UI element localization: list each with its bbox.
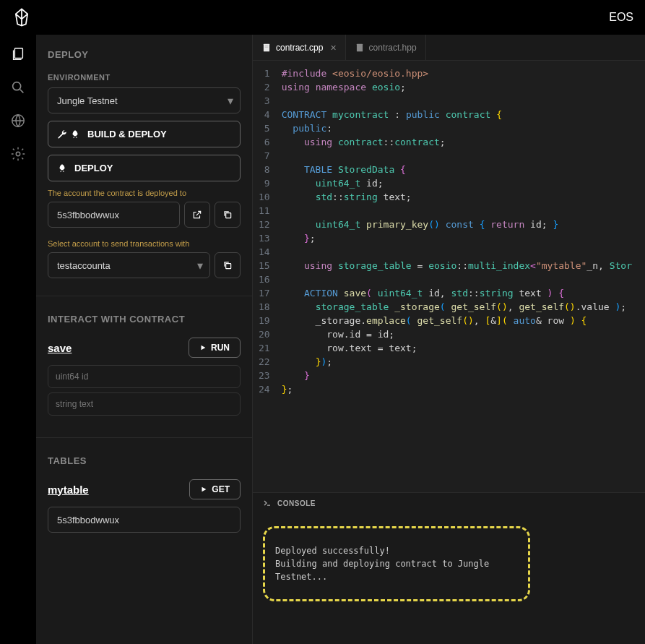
- editor-tabs: contract.cpp × contract.hpp: [253, 35, 645, 61]
- action-save-name[interactable]: save: [48, 342, 72, 354]
- table-name[interactable]: mytable: [48, 484, 89, 496]
- copy-button[interactable]: [215, 252, 241, 278]
- open-external-button[interactable]: [184, 202, 210, 228]
- gear-icon[interactable]: [10, 146, 26, 162]
- sidebar: DEPLOY ENVIRONMENT Jungle Testnet ▾ BUIL…: [36, 35, 253, 644]
- svg-rect-8: [265, 46, 269, 47]
- svg-rect-0: [14, 48, 22, 59]
- svg-rect-7: [265, 46, 269, 46]
- environment-select[interactable]: Jungle Testnet: [48, 87, 241, 113]
- rocket-icon: [70, 129, 80, 139]
- build-deploy-button[interactable]: BUILD & DEPLOY: [48, 121, 241, 147]
- deploy-section-title: DEPLOY: [48, 49, 241, 60]
- svg-rect-5: [226, 264, 231, 269]
- globe-icon[interactable]: [10, 113, 26, 129]
- table-account-input[interactable]: [48, 507, 241, 533]
- line-gutter: 123456789101112131415161718192021222324: [253, 61, 282, 492]
- icon-rail: [0, 35, 36, 644]
- console-output: Deployed successfully! Building and depl…: [263, 526, 530, 601]
- wrench-icon: [57, 129, 67, 139]
- play-icon: [199, 344, 207, 351]
- tab-contract-cpp[interactable]: contract.cpp ×: [253, 35, 346, 60]
- environment-label: ENVIRONMENT: [48, 73, 241, 82]
- file-icon: [355, 43, 365, 53]
- svg-rect-4: [226, 213, 231, 218]
- svg-point-1: [13, 82, 21, 90]
- run-button[interactable]: RUN: [189, 338, 241, 358]
- deploy-button[interactable]: DEPLOY: [48, 155, 241, 181]
- svg-rect-9: [356, 43, 362, 51]
- search-icon[interactable]: [10, 80, 26, 95]
- svg-point-3: [16, 152, 20, 156]
- svg-rect-6: [264, 43, 269, 51]
- param-id-input[interactable]: [48, 365, 241, 388]
- console-panel: CONSOLE Deployed successfully! Building …: [253, 492, 645, 644]
- tables-section-title: TABLES: [48, 455, 241, 466]
- get-button[interactable]: GET: [189, 479, 241, 499]
- deployed-account-input[interactable]: [48, 202, 180, 228]
- deployed-account-label: The account the contract is deployed to: [48, 189, 241, 197]
- terminal-icon: [263, 499, 272, 507]
- param-text-input[interactable]: [48, 392, 241, 416]
- send-tx-label: Select account to send transactions with: [48, 239, 241, 248]
- topbar: EOS: [0, 0, 645, 35]
- code-editor[interactable]: 123456789101112131415161718192021222324 …: [253, 61, 645, 492]
- files-icon[interactable]: [10, 46, 26, 62]
- topbar-product-name: EOS: [609, 11, 633, 24]
- send-tx-select[interactable]: testaccounta: [48, 252, 210, 278]
- file-icon: [261, 43, 272, 53]
- app-logo: [12, 7, 32, 27]
- console-header[interactable]: CONSOLE: [253, 493, 645, 513]
- close-icon[interactable]: ×: [330, 42, 336, 53]
- rocket-icon: [57, 163, 67, 173]
- code-content[interactable]: #include <eosio/eosio.hpp>using namespac…: [282, 61, 645, 492]
- play-icon: [200, 486, 207, 493]
- tab-contract-hpp[interactable]: contract.hpp: [346, 35, 426, 60]
- copy-button[interactable]: [215, 202, 241, 228]
- editor-pane: contract.cpp × contract.hpp 123456789101…: [253, 35, 645, 644]
- interact-section-title: INTERACT WITH CONTRACT: [48, 314, 241, 325]
